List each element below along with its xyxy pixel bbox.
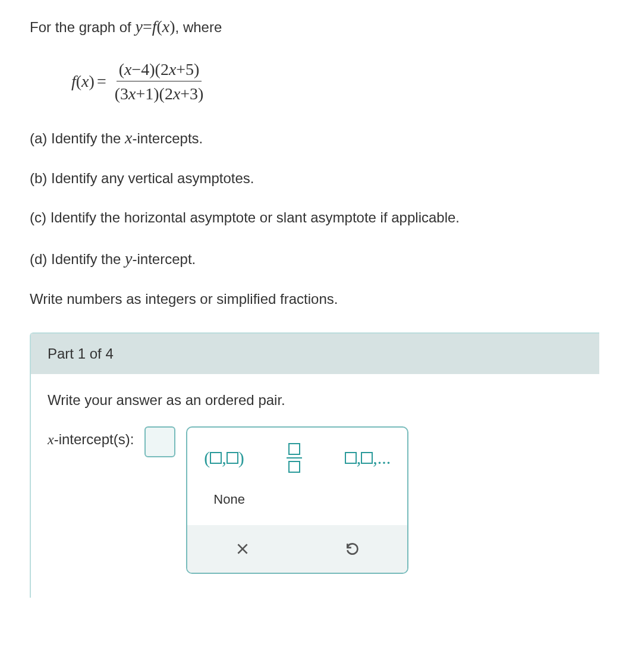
intro-close: ): [169, 17, 175, 36]
fn-open: (: [76, 72, 81, 91]
intro-line: For the graph of y=f(x), where: [30, 15, 599, 38]
fn-fraction: (x−4)(2x+5) (3x+1)(2x+3): [112, 57, 206, 105]
reset-button[interactable]: [339, 536, 366, 562]
placeholder-box-icon: [345, 452, 357, 464]
intro-open: (: [156, 17, 162, 36]
palette-ordered-pair[interactable]: (,): [204, 448, 244, 468]
clear-button[interactable]: [229, 536, 256, 562]
placeholder-box-icon: [210, 452, 222, 464]
fn-close: ): [89, 72, 95, 91]
part-header: Part 1 of 4: [31, 334, 599, 374]
placeholder-box-icon: [361, 452, 373, 464]
intro-x: x: [162, 17, 169, 36]
answer-prompt: Write your answer as an ordered pair.: [48, 392, 583, 409]
part-d: (d) Identify the y-intercept.: [30, 247, 599, 270]
intro-prefix: For the graph of: [30, 19, 135, 35]
placeholder-box-icon: [288, 443, 300, 455]
input-palette: (,) ,,...: [186, 426, 408, 574]
part-a: (a) Identify the x-intercepts.: [30, 126, 599, 149]
palette-none[interactable]: None: [213, 492, 245, 507]
part-b: (b) Identify any vertical asymptotes.: [30, 168, 599, 189]
undo-icon: [345, 541, 360, 557]
fn-eq: =: [97, 72, 106, 91]
answer-panel: Part 1 of 4 Write your answer as an orde…: [30, 332, 599, 598]
function-definition: f(x) = (x−4)(2x+5) (3x+1)(2x+3): [71, 57, 599, 105]
placeholder-box-icon: [288, 461, 300, 473]
instructions: Write numbers as integers or simplified …: [30, 289, 599, 309]
palette-list[interactable]: ,,...: [345, 448, 391, 468]
palette-fraction[interactable]: [287, 441, 302, 475]
intro-suffix: , where: [175, 19, 222, 35]
placeholder-box-icon: [227, 452, 238, 464]
answer-input[interactable]: [144, 426, 175, 457]
intro-eq: =: [143, 17, 152, 36]
part-c: (c) Identify the horizontal asymptote or…: [30, 208, 599, 228]
intro-y: y: [135, 17, 142, 36]
fn-f: f: [71, 72, 76, 91]
fn-x: x: [81, 72, 89, 91]
fraction-bar-icon: [287, 457, 302, 459]
close-icon: [235, 541, 250, 557]
answer-label: x-intercept(s):: [48, 426, 134, 448]
